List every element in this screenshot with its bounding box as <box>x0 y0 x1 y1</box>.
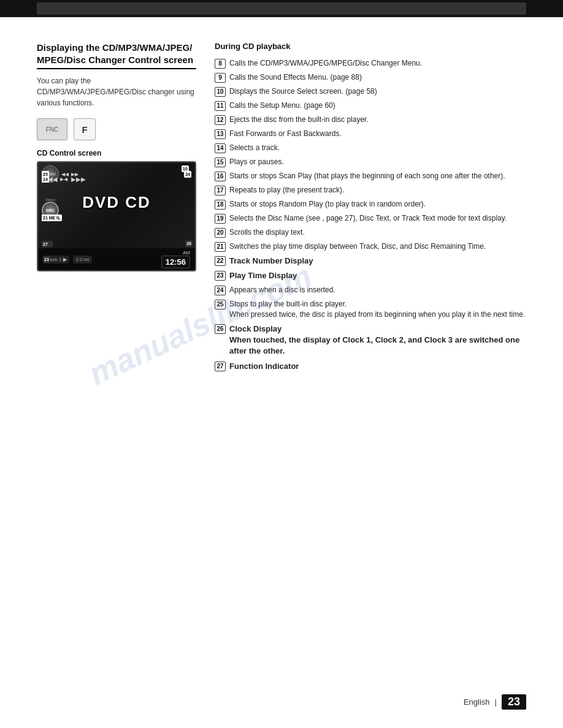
f-button[interactable]: F <box>74 118 96 140</box>
item-number: 11 <box>215 101 226 111</box>
item-number: 19 <box>215 214 226 224</box>
item-number: 25 <box>215 300 226 309</box>
left-column: Displaying the CD/MP3/WMA/JPEG/MPEG/Disc… <box>37 42 209 376</box>
item-text: Calls the CD/MP3/WMA/JPEG/MPEG/Disc Chan… <box>229 58 526 69</box>
list-item: 21Switches the play time display between… <box>215 241 526 252</box>
page-footer: English | 23 <box>464 694 526 710</box>
cd-screen: MENU 3 12 ◀◀ 13 ▶▶ 13 25 9 14 ◀◀◀ 15 ▶◀ … <box>37 161 196 271</box>
item-text: Displays the Source Select screen. (page… <box>229 86 526 97</box>
item-list: 8Calls the CD/MP3/WMA/JPEG/MPEG/Disc Cha… <box>215 58 526 372</box>
item-number: 10 <box>215 87 226 97</box>
list-item: 20Scrolls the display text. <box>215 227 526 238</box>
time-display: 12:56 <box>161 256 190 268</box>
list-item: 15Plays or pauses. <box>215 157 526 167</box>
item-number: 14 <box>215 143 226 153</box>
item-text: Calls the Sound Effects Menu. (page 88) <box>229 72 526 83</box>
item-text: Function Indicator <box>229 361 526 372</box>
item-number: 21 <box>215 242 226 252</box>
footer-divider: | <box>495 697 497 707</box>
top-bar <box>0 0 563 17</box>
playtime-info: 2:2:no <box>73 256 91 264</box>
list-item: 19Selects the Disc Name (see , page 27),… <box>215 213 526 224</box>
page-content: Displaying the CD/MP3/WMA/JPEG/MPEG/Disc… <box>0 17 563 400</box>
item-text: Track Number Display <box>229 256 526 267</box>
list-item: 11Calls the Setup Menu. (page 60) <box>215 100 526 111</box>
item-number: 8 <box>215 59 226 69</box>
item-number: 20 <box>215 228 226 238</box>
badge-10: 10 <box>182 165 189 172</box>
item-number: 17 <box>215 186 226 195</box>
badge-26: 26 <box>185 240 193 247</box>
list-item: 24Appears when a disc is inserted. <box>215 285 526 295</box>
item-text: Stops to play the built-in disc player.W… <box>229 299 526 320</box>
item-text: Plays or pauses. <box>229 157 526 167</box>
list-item: 25Stops to play the built-in disc player… <box>215 299 526 320</box>
badge-21-me: 21 ME <box>42 214 56 221</box>
cd-control-label: CD Control screen <box>37 149 196 157</box>
list-item: 9Calls the Sound Effects Menu. (page 88) <box>215 72 526 83</box>
item-number: 15 <box>215 157 226 167</box>
list-item: 27Function Indicator <box>215 361 526 372</box>
badge-23: 23 <box>43 256 50 263</box>
list-item: 13Fast Forwards or Fast Backwards. <box>215 129 526 139</box>
item-number: 24 <box>215 286 226 295</box>
dvd-cd-text: DVD CD <box>82 193 151 212</box>
footer-lang: English <box>464 697 490 707</box>
item-number: 22 <box>215 256 226 266</box>
list-item: 8Calls the CD/MP3/WMA/JPEG/MPEG/Disc Cha… <box>215 58 526 69</box>
intro-text: You can play the CD/MP3/WMA/JPEG/MPEG/Di… <box>37 75 196 108</box>
fnc-button[interactable]: FNC <box>37 118 67 140</box>
item-number: 26 <box>215 324 226 334</box>
item-text: Selects the Disc Name (see , page 27), D… <box>229 213 526 224</box>
fnc-area: FNC F <box>37 118 196 140</box>
list-item: 23Play Time Display <box>215 270 526 281</box>
list-item: 18Starts or stops Random Play (to play t… <box>215 199 526 210</box>
item-text: Ejects the disc from the built-in disc p… <box>229 115 526 125</box>
playtime-text: 2:2:no <box>75 257 89 262</box>
badge-14c: 14 <box>42 176 49 183</box>
item-text: Scrolls the display text. <box>229 227 526 238</box>
item-number: 16 <box>215 172 226 181</box>
item-text: Repeats to play (the present track). <box>229 185 526 195</box>
list-item: 14Selects a track. <box>215 143 526 153</box>
item-text: Play Time Display <box>229 270 526 281</box>
item-text: Clock DisplayWhen touched, the display o… <box>229 324 526 357</box>
item-text: Starts or stops Random Play (to play tra… <box>229 199 526 210</box>
f-label: F <box>82 124 87 135</box>
section-title: Displaying the CD/MP3/WMA/JPEG/MPEG/Disc… <box>37 42 196 69</box>
right-column: During CD playback 8Calls the CD/MP3/WMA… <box>209 42 526 376</box>
list-item: 10Displays the Source Select screen. (pa… <box>215 86 526 97</box>
list-item: 26Clock DisplayWhen touched, the display… <box>215 324 526 357</box>
badge-27: 27 <box>42 241 49 248</box>
item-number: 23 <box>215 271 226 281</box>
top-bar-inner <box>37 2 526 15</box>
fnc-label: FNC <box>46 126 59 133</box>
item-text: Fast Forwards or Fast Backwards. <box>229 129 526 139</box>
item-number: 27 <box>215 362 226 371</box>
list-item: 16Starts or stops Scan Play (that plays … <box>215 171 526 181</box>
item-number: 13 <box>215 129 226 139</box>
item-number: 9 <box>215 73 226 83</box>
list-item: 22Track Number Display <box>215 256 526 267</box>
item-number: 18 <box>215 200 226 210</box>
item-text: Calls the Setup Menu. (page 60) <box>229 100 526 111</box>
item-number: 12 <box>215 115 226 125</box>
am-indicator: AM <box>183 250 190 256</box>
list-item: 12Ejects the disc from the built-in disc… <box>215 115 526 125</box>
list-item: 17Repeats to play (the present track). <box>215 185 526 195</box>
item-text: Appears when a disc is inserted. <box>229 285 526 295</box>
item-text: Selects a track. <box>229 143 526 153</box>
item-text: Switches the play time display between T… <box>229 241 526 252</box>
item-text: Starts or stops Scan Play (that plays th… <box>229 171 526 181</box>
playback-title: During CD playback <box>215 42 526 51</box>
footer-page-number: 23 <box>502 694 526 710</box>
screen-bottom: 22 Track 1 ▶ 23 2:2:no AM 12:56 26 <box>38 248 195 270</box>
